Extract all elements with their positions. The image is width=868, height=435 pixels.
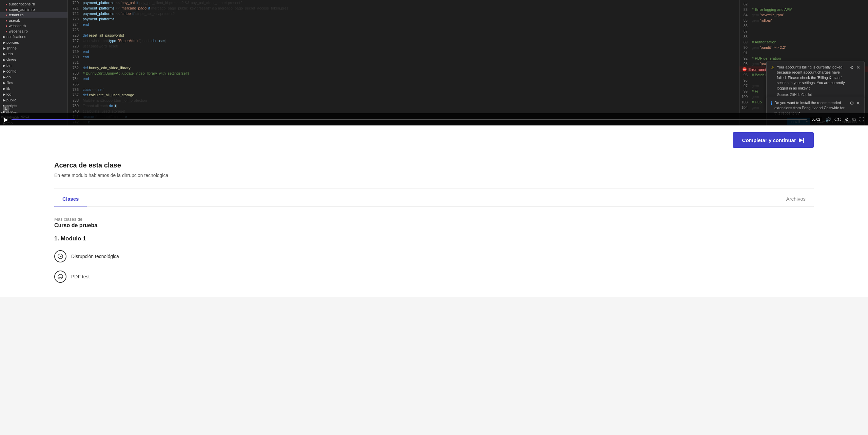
gem-line-92: 92# PDF generation [739, 56, 868, 61]
class-item-disruption[interactable]: Disrupción tecnológica [54, 246, 698, 266]
classes-section: Más clases de Curso de prueba 1. Modulo … [54, 206, 814, 297]
error-icon: ⛔ [742, 67, 747, 72]
folder-views[interactable]: ▶ views [0, 57, 67, 63]
video-time-display: 00:02 [810, 117, 822, 122]
folder-notifications[interactable]: ▶ notifications [0, 34, 67, 40]
code-line-733: 733 # BunnyCdn::BunnyApi.update_video_li… [71, 71, 736, 76]
billing-notif-header: ⚠ Your account's billing is currently lo… [771, 65, 860, 91]
billing-source-text: Source: GitHub Copilot [771, 93, 860, 97]
file-icon: ● [5, 24, 7, 28]
gem-line-84: 84gem 'newrelic_rpm' [739, 12, 868, 18]
file-item-user[interactable]: ● user.rb [0, 18, 67, 23]
complete-btn-row: Completar y continuar ▶| [54, 125, 814, 155]
file-item-tenant[interactable]: ● tenant.rb [0, 12, 67, 18]
about-section: Acerca de esta clase En este modulo habl… [54, 155, 814, 189]
classes-subtitle: Más clases de [54, 217, 698, 222]
svg-text:PDF: PDF [59, 276, 63, 278]
code-line-722: 722payment_platforms << 'stripe' if stri… [71, 11, 736, 16]
code-line-720: 720payment_platforms << 'pay_pal' if pay… [71, 0, 736, 5]
folder-bin[interactable]: ▶ bin [0, 63, 67, 68]
gem-line-88: 88 [739, 34, 868, 39]
gemfile-panel: 82 83# Error logging and APM 84gem 'newr… [739, 0, 868, 125]
file-item-super-admin[interactable]: ● super_admin.rb [0, 7, 67, 12]
pip-icon[interactable]: ⧉ [852, 117, 856, 122]
tab-clases[interactable]: Clases [54, 192, 87, 206]
svg-marker-1 [60, 255, 62, 257]
folder-lib[interactable]: ▶ lib [0, 86, 67, 92]
code-line-721: 721payment_platforms << 'mercado_pago' i… [71, 5, 736, 11]
folder-policies[interactable]: ▶ policies [0, 40, 67, 45]
file-tree-sidebar: ● subscriptions.rb ● super_admin.rb ● te… [0, 0, 68, 125]
folder-utils[interactable]: ▶ utils [0, 51, 67, 57]
billing-notif-text: Your account's billing is currently lock… [777, 65, 848, 91]
code-line-731: 731 [71, 60, 736, 65]
extensions-settings-icon[interactable]: ⚙ [850, 100, 854, 106]
page-wrapper: ● subscriptions.rb ● super_admin.rb ● te… [0, 0, 868, 435]
gem-line-85: 85gem 'rollbar' [739, 18, 868, 23]
code-line-729: 729 end [71, 49, 736, 54]
gem-line-89: 89# Authorization [739, 39, 868, 45]
folder-config[interactable]: ▶ config [0, 68, 67, 74]
code-line-739: 739 Tenant.all.each do |t| [71, 103, 736, 108]
code-line-736: 736class << self [71, 87, 736, 92]
play-circle-icon [54, 250, 66, 262]
file-icon: ● [5, 13, 7, 17]
code-lines: 720payment_platforms << 'pay_pal' if pay… [68, 0, 739, 125]
pdf-circle-icon: PDF [54, 271, 66, 283]
code-line-732: 732def bunny_cdn_video_library [71, 65, 736, 71]
file-icon: ● [5, 8, 7, 12]
warning-icon: ⚠ [771, 65, 775, 70]
code-content: 720payment_platforms << 'pay_pal' if pay… [68, 0, 739, 125]
video-control-icons: 🔊 CC ⚙ ⧉ ⛶ [825, 117, 864, 122]
code-line-737: 737 def calculate_all_used_storage [71, 92, 736, 98]
file-icon: ● [5, 19, 7, 22]
subtitles-icon[interactable]: CC [834, 117, 841, 122]
complete-continue-label: Completar y continuar [742, 137, 796, 143]
code-line-735: 735 [71, 81, 736, 87]
code-line-738: 738 MultiTenantSupport.turn_off_protecti… [71, 98, 736, 103]
code-main-area: 720payment_platforms << 'pay_pal' if pay… [68, 0, 868, 125]
complete-continue-icon: ▶| [799, 137, 804, 143]
folder-files[interactable]: ▶ files [0, 80, 67, 86]
complete-continue-button[interactable]: Completar y continuar ▶| [733, 132, 814, 148]
code-line-724: 724end [71, 22, 736, 27]
file-item-subscriptions[interactable]: ● subscriptions.rb [0, 1, 67, 7]
extensions-close-button[interactable]: ✕ [856, 100, 860, 106]
settings-icon[interactable]: ⚙ [845, 117, 849, 122]
avatar-icon[interactable]: U [3, 105, 9, 112]
class-item-pdf-test[interactable]: PDF PDF test [54, 266, 698, 287]
gem-line-91: 91 [739, 50, 868, 56]
video-progress-fill [12, 119, 75, 120]
fullscreen-icon[interactable]: ⛶ [859, 117, 864, 122]
code-line-726: 726def reset_all_passwords! [71, 33, 736, 38]
file-item-website[interactable]: ● website.rb [0, 23, 67, 28]
info-icon: ℹ [771, 101, 772, 106]
play-button[interactable]: ▶ [4, 116, 8, 123]
billing-close-button[interactable]: ✕ [856, 65, 860, 70]
file-icon: ● [5, 29, 7, 33]
billing-settings-icon[interactable]: ⚙ [850, 65, 854, 70]
tab-archivos[interactable]: Archivos [778, 192, 814, 206]
code-line-734: 734end [71, 76, 736, 81]
bottom-section: Completar y continuar ▶| Acerca de esta … [0, 125, 868, 297]
gem-line-87: 87 [739, 28, 868, 34]
folder-shrine[interactable]: ▶ shrine [0, 45, 67, 51]
volume-icon[interactable]: 🔊 [825, 117, 831, 122]
class-name-disruption: Disrupción tecnológica [71, 254, 119, 259]
video-progress-bar[interactable] [12, 119, 807, 120]
file-item-websites[interactable]: ● websites.rb [0, 28, 67, 34]
code-line-727: 727 User.where.not(type: 'SuperAdmin').e… [71, 38, 736, 43]
folder-public[interactable]: ▶ public [0, 97, 67, 103]
gem-line-86: 86 [739, 23, 868, 28]
gem-line-82: 82 [739, 1, 868, 7]
folder-scripts[interactable]: ▶ scripts [0, 103, 67, 109]
code-line-725: 725 [71, 27, 736, 33]
folder-db[interactable]: ▶ db [0, 74, 67, 80]
video-container: ● subscriptions.rb ● super_admin.rb ● te… [0, 0, 868, 125]
folder-log[interactable]: ▶ log [0, 92, 67, 97]
gem-line-83: 83# Error logging and APM [739, 7, 868, 12]
tabs-row: Clases Archivos [54, 189, 814, 206]
classes-left-panel: Más clases de Curso de prueba 1. Modulo … [54, 217, 698, 287]
module-1-heading: 1. Modulo 1 [54, 235, 698, 242]
about-description: En este modulo hablamos de la dirrupcion… [54, 173, 814, 178]
